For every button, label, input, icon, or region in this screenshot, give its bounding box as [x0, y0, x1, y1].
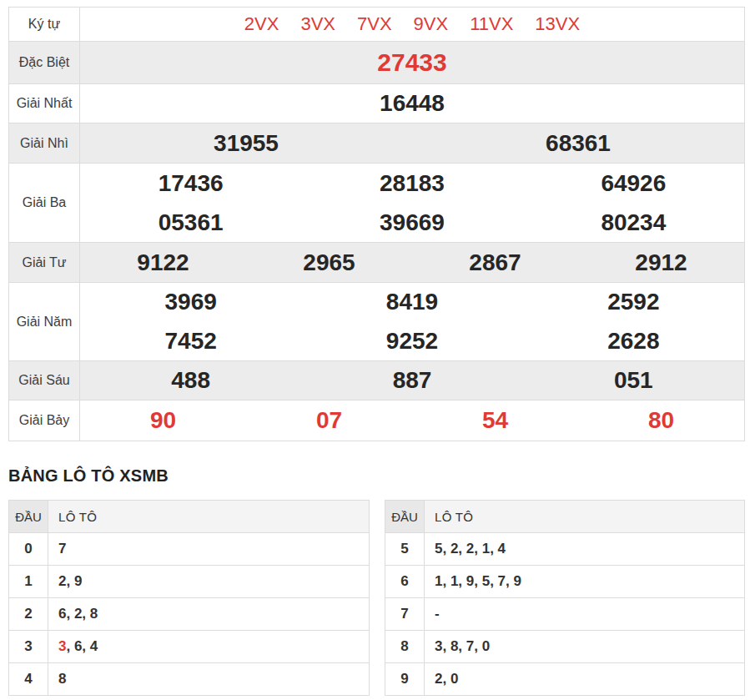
- prize-values: 16448: [80, 84, 744, 123]
- result-row-giai-bay: Giải Bảy 90 07 54 80: [9, 400, 744, 441]
- prize-value: 05361: [159, 209, 224, 236]
- loto-values: 7: [58, 541, 66, 557]
- row-label: Ký tự: [9, 8, 80, 41]
- loto-values: 6, 2, 8: [58, 606, 98, 622]
- prize-value: 2592: [607, 289, 659, 315]
- symbol-code: 3VX: [300, 13, 335, 35]
- prize-values: 27433: [80, 42, 744, 83]
- prize-value: 2912: [635, 249, 687, 276]
- prize-value: 9122: [137, 249, 189, 276]
- prize-value: 64926: [601, 170, 666, 197]
- loto-values-cell: 6, 2, 8: [48, 598, 369, 630]
- dau-cell: 8: [385, 631, 425, 662]
- loto-header-row: ĐẦU LÔ TÔ: [9, 501, 369, 532]
- prize-value: 9252: [386, 328, 438, 355]
- row-label: Giải Nhì: [9, 123, 80, 163]
- loto-values: 3, 8, 7, 0: [435, 638, 490, 655]
- loto-values-cell: 3, 8, 7, 0: [425, 631, 744, 662]
- prize-value: 80: [648, 407, 674, 434]
- prize-value: 8419: [386, 289, 438, 315]
- loto-header-cell: LÔ TÔ: [48, 501, 369, 532]
- prize-values: 90 07 54 80: [80, 400, 744, 441]
- row-label: Giải Nhất: [9, 84, 80, 123]
- loto-row: 2 6, 2, 8: [9, 597, 369, 630]
- loto-tables: ĐẦU LÔ TÔ 0 7 1 2, 9 2 6, 2, 8 3 3, 6, 4…: [8, 500, 745, 696]
- row-label: Giải Tư: [9, 243, 80, 282]
- loto-values: 8: [58, 671, 66, 687]
- loto-row: 9 2, 0: [385, 662, 744, 695]
- loto-row: 5 5, 2, 2, 1, 4: [385, 532, 744, 565]
- loto-values: 5, 2, 2, 1, 4: [435, 541, 506, 557]
- result-row-giai-tu: Giải Tư 9122 2965 2867 2912: [9, 242, 744, 282]
- prize-values: 488 887 051: [80, 361, 744, 400]
- loto-row: 8 3, 8, 7, 0: [385, 630, 744, 662]
- result-row-ky-tu: Ký tự 2VX 3VX 7VX 9VX 11VX 13VX: [9, 8, 744, 41]
- loto-values-cell: 3, 6, 4: [48, 631, 369, 662]
- symbol-code: 2VX: [244, 13, 279, 35]
- dau-header-cell: ĐẦU: [385, 501, 425, 532]
- prize-value: 488: [171, 367, 210, 394]
- prize-value: 16448: [380, 90, 445, 117]
- result-row-giai-nam: Giải Năm 3969 8419 2592 7452 9252 2628: [9, 282, 744, 360]
- result-row-dac-biet: Đặc Biệt 27433: [9, 41, 744, 83]
- loto-values-cell: -: [425, 598, 744, 630]
- loto-values-cell: 7: [48, 533, 369, 565]
- symbol-codes: 2VX 3VX 7VX 9VX 11VX 13VX: [80, 8, 744, 41]
- dau-cell: 6: [385, 566, 425, 597]
- prize-value: 27433: [377, 48, 446, 77]
- prize-value: 28183: [380, 170, 445, 197]
- prize-value: 54: [482, 407, 508, 434]
- dau-cell: 3: [9, 631, 48, 662]
- dau-cell: 0: [9, 533, 48, 565]
- prize-value: 90: [150, 407, 176, 434]
- result-row-giai-nhat: Giải Nhất 16448: [9, 83, 744, 123]
- prize-value: 7452: [165, 328, 217, 355]
- symbol-code: 7VX: [357, 13, 392, 35]
- row-label: Giải Ba: [9, 164, 80, 242]
- row-label: Giải Sáu: [9, 361, 80, 400]
- prize-values: 17436 28183 64926 05361 39669 80234: [80, 164, 744, 242]
- loto-row: 3 3, 6, 4: [9, 630, 369, 662]
- loto-row: 7 -: [385, 597, 744, 630]
- prize-value: 2628: [607, 328, 659, 355]
- loto-row: 0 7: [9, 532, 369, 565]
- row-label: Đặc Biệt: [9, 42, 80, 83]
- symbol-code: 13VX: [535, 13, 580, 35]
- dau-header-cell: ĐẦU: [9, 501, 48, 532]
- results-table: Ký tự 2VX 3VX 7VX 9VX 11VX 13VX Đặc Biệt…: [8, 7, 745, 441]
- loto-values-cell: 8: [48, 663, 369, 695]
- dau-cell: 9: [385, 663, 425, 695]
- symbol-code: 9VX: [414, 13, 449, 35]
- result-row-giai-sau: Giải Sáu 488 887 051: [9, 360, 744, 400]
- prize-values: 3969 8419 2592 7452 9252 2628: [80, 283, 744, 360]
- prize-value: 2965: [303, 249, 355, 276]
- loto-table-left: ĐẦU LÔ TÔ 0 7 1 2, 9 2 6, 2, 8 3 3, 6, 4…: [8, 500, 370, 696]
- loto-header-row: ĐẦU LÔ TÔ: [385, 501, 744, 532]
- loto-values-cell: 2, 9: [48, 566, 369, 597]
- loto-values-cell: 5, 2, 2, 1, 4: [425, 533, 744, 565]
- loto-values: 2, 9: [58, 573, 82, 590]
- prize-value: 051: [614, 367, 653, 394]
- dau-cell: 1: [9, 566, 48, 597]
- prize-value: 68361: [546, 130, 611, 157]
- symbol-code: 11VX: [470, 13, 513, 35]
- loto-red-value: 3: [58, 638, 66, 655]
- row-label: Giải Năm: [9, 283, 80, 360]
- loto-values: 1, 1, 9, 5, 7, 9: [435, 573, 521, 590]
- result-row-giai-nhi: Giải Nhì 31955 68361: [9, 123, 744, 163]
- loto-table-right: ĐẦU LÔ TÔ 5 5, 2, 2, 1, 4 6 1, 1, 9, 5, …: [385, 500, 745, 696]
- dau-cell: 7: [385, 598, 425, 630]
- prize-value: 39669: [380, 209, 445, 236]
- loto-values-cell: 2, 0: [425, 663, 744, 695]
- prize-value: 2867: [469, 249, 521, 276]
- dau-cell: 5: [385, 533, 425, 565]
- prize-value: 887: [393, 367, 432, 394]
- loto-section-heading: BẢNG LÔ TÔ XSMB: [8, 466, 745, 486]
- prize-value: 80234: [601, 209, 666, 236]
- loto-header-cell: LÔ TÔ: [425, 501, 744, 532]
- loto-row: 1 2, 9: [9, 565, 369, 597]
- prize-values: 9122 2965 2867 2912: [80, 243, 744, 282]
- loto-values: -: [435, 606, 440, 622]
- prize-value: 31955: [214, 130, 279, 157]
- dau-cell: 2: [9, 598, 48, 630]
